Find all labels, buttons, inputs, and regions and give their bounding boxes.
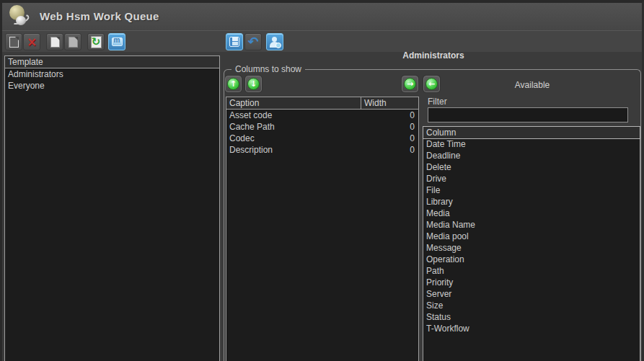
toolbar: × ↻ ↶ bbox=[2, 30, 642, 52]
available-column-item[interactable]: Server bbox=[423, 288, 640, 300]
move-up-button[interactable]: ↑ bbox=[225, 76, 242, 92]
right-arrow-icon: → bbox=[404, 78, 416, 90]
width-cell: 0 bbox=[361, 133, 418, 144]
undo-arrow-icon: ↶ bbox=[247, 35, 258, 48]
copy-button[interactable] bbox=[46, 33, 63, 50]
table-row[interactable]: Codec 0 bbox=[226, 133, 418, 144]
available-column-item[interactable]: Operation bbox=[423, 254, 640, 265]
move-left-button[interactable]: ← bbox=[423, 76, 440, 92]
available-column-item[interactable]: File bbox=[423, 184, 640, 196]
filter-label: Filter bbox=[428, 97, 447, 107]
caption-cell: Description bbox=[226, 144, 361, 156]
available-column-item[interactable]: Size bbox=[423, 300, 640, 311]
available-column-item[interactable]: Deadline bbox=[423, 150, 640, 161]
width-column-header[interactable]: Width bbox=[361, 97, 418, 109]
apply-user-button[interactable] bbox=[266, 33, 283, 50]
available-column-item[interactable]: Media bbox=[423, 208, 640, 219]
table-row[interactable]: Cache Path 0 bbox=[226, 121, 418, 133]
app-window: Web Hsm Work Queue × ↻ ↶ T bbox=[0, 0, 644, 361]
available-column-item[interactable]: Drive bbox=[423, 173, 640, 184]
table-row[interactable]: Asset code 0 bbox=[226, 110, 418, 121]
caption-cell: Codec bbox=[226, 133, 361, 144]
available-column-list: Date TimeDeadlineDeleteDriveFileLibraryM… bbox=[423, 138, 640, 334]
app-logo-icon bbox=[6, 4, 31, 28]
filter-input[interactable] bbox=[428, 107, 628, 122]
refresh-page-icon: ↻ bbox=[91, 36, 102, 48]
new-template-button[interactable] bbox=[5, 33, 22, 50]
delete-x-icon: × bbox=[27, 36, 37, 48]
available-column-item[interactable]: Path bbox=[423, 265, 640, 277]
columns-table: Caption Width Asset code 0 Cache Path 0 … bbox=[226, 97, 419, 361]
available-column-header[interactable]: Column bbox=[423, 126, 640, 139]
user-check-icon bbox=[269, 36, 281, 48]
work-queue-view-button[interactable] bbox=[108, 33, 125, 50]
monitor-icon bbox=[112, 37, 123, 46]
caption-cell: Asset code bbox=[226, 110, 361, 121]
width-cell: 0 bbox=[361, 110, 418, 121]
up-arrow-icon: ↑ bbox=[227, 78, 239, 90]
save-button[interactable] bbox=[226, 33, 243, 50]
selected-template-title: Administrators bbox=[226, 50, 641, 61]
window-title: Web Hsm Work Queue bbox=[40, 10, 159, 22]
table-row[interactable]: Description 0 bbox=[226, 144, 418, 156]
down-arrow-icon: ↓ bbox=[247, 78, 260, 90]
template-list: AdministratorsEveryone bbox=[5, 68, 219, 92]
columns-table-body: Asset code 0 Cache Path 0 Codec 0 Descri… bbox=[226, 110, 418, 156]
available-columns-panel: Column Date TimeDeadlineDeleteDriveFileL… bbox=[423, 126, 640, 361]
template-list-panel: Template AdministratorsEveryone bbox=[4, 55, 220, 361]
title-bar: Web Hsm Work Queue bbox=[2, 3, 642, 30]
move-right-button[interactable]: → bbox=[402, 76, 418, 92]
width-cell: 0 bbox=[361, 144, 418, 156]
delete-template-button[interactable]: × bbox=[23, 33, 40, 50]
group-label: Columns to show bbox=[231, 64, 305, 74]
refresh-icon: ↻ bbox=[92, 37, 101, 48]
available-column-item[interactable]: Priority bbox=[423, 277, 640, 288]
left-arrow-icon: ← bbox=[425, 78, 438, 90]
available-label: Available bbox=[442, 80, 622, 90]
template-list-item[interactable]: Everyone bbox=[5, 80, 219, 92]
available-column-item[interactable]: Message bbox=[423, 242, 640, 254]
available-column-item[interactable]: Media pool bbox=[423, 231, 640, 242]
paste-button[interactable] bbox=[64, 33, 81, 50]
available-column-item[interactable]: Delete bbox=[423, 161, 640, 173]
width-cell: 0 bbox=[361, 121, 418, 133]
available-column-item[interactable]: Library bbox=[423, 196, 640, 208]
available-column-item[interactable]: Media Name bbox=[423, 219, 640, 231]
template-column-header[interactable]: Template bbox=[5, 56, 219, 68]
template-list-item[interactable]: Administrators bbox=[5, 68, 219, 80]
columns-table-header: Caption Width bbox=[226, 97, 418, 110]
new-page-icon bbox=[9, 37, 19, 48]
refresh-button[interactable]: ↻ bbox=[87, 33, 105, 50]
caption-column-header[interactable]: Caption bbox=[226, 97, 361, 109]
caption-cell: Cache Path bbox=[226, 121, 361, 133]
undo-button[interactable]: ↶ bbox=[244, 33, 262, 50]
available-column-item[interactable]: Date Time bbox=[423, 138, 640, 150]
save-floppy-icon bbox=[229, 37, 239, 47]
available-column-item[interactable]: T-Workflow bbox=[423, 323, 640, 334]
available-column-item[interactable]: Status bbox=[423, 311, 640, 323]
move-down-button[interactable]: ↓ bbox=[245, 76, 262, 92]
copy-page-icon bbox=[50, 37, 60, 48]
paste-page-icon bbox=[69, 37, 78, 48]
